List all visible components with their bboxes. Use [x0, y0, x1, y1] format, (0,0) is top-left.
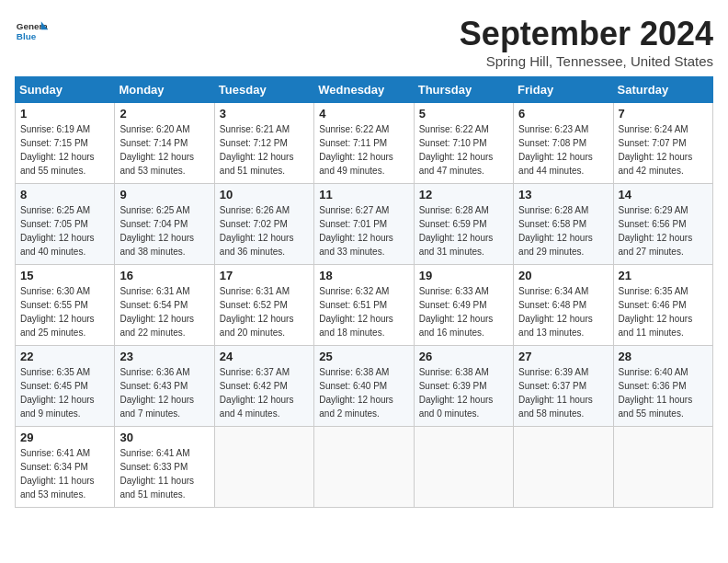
calendar-cell: 11 Sunrise: 6:27 AMSunset: 7:01 PMDaylig…	[314, 184, 414, 265]
weekday-header-monday: Monday	[115, 77, 214, 103]
calendar-cell: 18 Sunrise: 6:32 AMSunset: 6:51 PMDaylig…	[314, 265, 414, 346]
calendar-cell	[414, 427, 513, 508]
calendar-cell: 10 Sunrise: 6:26 AMSunset: 7:02 PMDaylig…	[214, 184, 313, 265]
day-number: 7	[619, 107, 708, 121]
day-number: 23	[119, 350, 209, 363]
day-info: Sunrise: 6:40 AMSunset: 6:36 PMDaylight:…	[619, 365, 708, 420]
calendar-cell: 20 Sunrise: 6:34 AMSunset: 6:48 PMDaylig…	[514, 265, 613, 346]
calendar-cell: 26 Sunrise: 6:38 AMSunset: 6:39 PMDaylig…	[414, 346, 513, 427]
weekday-header-thursday: Thursday	[414, 77, 513, 103]
day-number: 6	[518, 107, 608, 121]
calendar-cell	[514, 427, 613, 508]
week-row-4: 22 Sunrise: 6:35 AMSunset: 6:45 PMDaylig…	[16, 346, 713, 427]
day-number: 16	[119, 269, 209, 282]
day-info: Sunrise: 6:39 AMSunset: 6:37 PMDaylight:…	[518, 365, 608, 420]
calendar-cell: 24 Sunrise: 6:37 AMSunset: 6:42 PMDaylig…	[214, 346, 313, 427]
day-number: 9	[119, 188, 209, 201]
calendar-cell: 27 Sunrise: 6:39 AMSunset: 6:37 PMDaylig…	[514, 346, 613, 427]
week-row-2: 8 Sunrise: 6:25 AMSunset: 7:05 PMDayligh…	[16, 184, 713, 265]
calendar-cell: 14 Sunrise: 6:29 AMSunset: 6:56 PMDaylig…	[613, 184, 712, 265]
calendar-cell: 25 Sunrise: 6:38 AMSunset: 6:40 PMDaylig…	[314, 346, 414, 427]
day-number: 18	[319, 269, 408, 282]
weekday-header-tuesday: Tuesday	[214, 77, 313, 103]
calendar-cell: 30 Sunrise: 6:41 AMSunset: 6:33 PMDaylig…	[115, 427, 214, 508]
day-info: Sunrise: 6:30 AMSunset: 6:55 PMDaylight:…	[20, 284, 109, 339]
day-number: 27	[518, 350, 608, 363]
day-number: 12	[419, 188, 508, 201]
day-info: Sunrise: 6:33 AMSunset: 6:49 PMDaylight:…	[419, 284, 508, 339]
weekday-header-friday: Friday	[514, 77, 613, 103]
calendar-cell: 13 Sunrise: 6:28 AMSunset: 6:58 PMDaylig…	[514, 184, 613, 265]
day-info: Sunrise: 6:32 AMSunset: 6:51 PMDaylight:…	[319, 284, 408, 339]
day-info: Sunrise: 6:31 AMSunset: 6:52 PMDaylight:…	[220, 284, 309, 339]
calendar-cell: 5 Sunrise: 6:22 AMSunset: 7:10 PMDayligh…	[414, 103, 513, 184]
day-info: Sunrise: 6:19 AMSunset: 7:15 PMDaylight:…	[20, 122, 109, 178]
day-info: Sunrise: 6:29 AMSunset: 6:56 PMDaylight:…	[619, 203, 708, 259]
day-info: Sunrise: 6:22 AMSunset: 7:10 PMDaylight:…	[419, 122, 508, 178]
calendar-cell: 6 Sunrise: 6:23 AMSunset: 7:08 PMDayligh…	[514, 103, 613, 184]
day-number: 26	[419, 350, 508, 363]
day-info: Sunrise: 6:23 AMSunset: 7:08 PMDaylight:…	[518, 122, 608, 178]
calendar-cell: 4 Sunrise: 6:22 AMSunset: 7:11 PMDayligh…	[314, 103, 414, 184]
logo-icon: General Blue	[15, 15, 48, 48]
day-info: Sunrise: 6:41 AMSunset: 6:33 PMDaylight:…	[119, 446, 209, 501]
day-number: 21	[619, 269, 708, 282]
day-number: 15	[20, 269, 109, 282]
day-info: Sunrise: 6:20 AMSunset: 7:14 PMDaylight:…	[119, 122, 209, 178]
calendar-cell	[214, 427, 313, 508]
day-number: 17	[220, 269, 309, 282]
day-info: Sunrise: 6:36 AMSunset: 6:43 PMDaylight:…	[119, 365, 209, 420]
day-number: 14	[619, 188, 708, 201]
calendar-cell: 7 Sunrise: 6:24 AMSunset: 7:07 PMDayligh…	[613, 103, 712, 184]
calendar-cell: 1 Sunrise: 6:19 AMSunset: 7:15 PMDayligh…	[16, 103, 115, 184]
day-info: Sunrise: 6:25 AMSunset: 7:05 PMDaylight:…	[20, 203, 109, 259]
calendar-cell	[314, 427, 414, 508]
day-info: Sunrise: 6:41 AMSunset: 6:34 PMDaylight:…	[20, 446, 109, 501]
calendar-title: September 2024	[460, 15, 713, 53]
day-number: 25	[319, 350, 408, 363]
day-number: 3	[220, 107, 309, 121]
day-info: Sunrise: 6:35 AMSunset: 6:46 PMDaylight:…	[619, 284, 708, 339]
title-block: September 2024 Spring Hill, Tennessee, U…	[460, 15, 713, 69]
calendar-cell: 8 Sunrise: 6:25 AMSunset: 7:05 PMDayligh…	[16, 184, 115, 265]
day-number: 1	[20, 107, 109, 121]
day-info: Sunrise: 6:22 AMSunset: 7:11 PMDaylight:…	[319, 122, 408, 178]
week-row-3: 15 Sunrise: 6:30 AMSunset: 6:55 PMDaylig…	[16, 265, 713, 346]
calendar-cell: 2 Sunrise: 6:20 AMSunset: 7:14 PMDayligh…	[115, 103, 214, 184]
logo: General Blue	[15, 15, 48, 48]
day-info: Sunrise: 6:37 AMSunset: 6:42 PMDaylight:…	[220, 365, 309, 420]
day-info: Sunrise: 6:26 AMSunset: 7:02 PMDaylight:…	[220, 203, 309, 259]
calendar-cell: 19 Sunrise: 6:33 AMSunset: 6:49 PMDaylig…	[414, 265, 513, 346]
day-info: Sunrise: 6:34 AMSunset: 6:48 PMDaylight:…	[518, 284, 608, 339]
day-number: 13	[518, 188, 608, 201]
day-number: 19	[419, 269, 508, 282]
weekday-header-wednesday: Wednesday	[314, 77, 414, 103]
day-number: 2	[119, 107, 209, 121]
day-number: 29	[20, 431, 109, 444]
day-number: 28	[619, 350, 708, 363]
calendar-cell: 28 Sunrise: 6:40 AMSunset: 6:36 PMDaylig…	[613, 346, 712, 427]
day-number: 10	[220, 188, 309, 201]
calendar-cell: 12 Sunrise: 6:28 AMSunset: 6:59 PMDaylig…	[414, 184, 513, 265]
calendar-cell: 9 Sunrise: 6:25 AMSunset: 7:04 PMDayligh…	[115, 184, 214, 265]
day-number: 20	[518, 269, 608, 282]
day-number: 24	[220, 350, 309, 363]
day-info: Sunrise: 6:38 AMSunset: 6:40 PMDaylight:…	[319, 365, 408, 420]
page-header: General Blue September 2024 Spring Hill,…	[15, 15, 713, 69]
day-number: 8	[20, 188, 109, 201]
calendar-table: SundayMondayTuesdayWednesdayThursdayFrid…	[15, 76, 713, 508]
day-info: Sunrise: 6:38 AMSunset: 6:39 PMDaylight:…	[419, 365, 508, 420]
day-info: Sunrise: 6:35 AMSunset: 6:45 PMDaylight:…	[20, 365, 109, 420]
day-info: Sunrise: 6:21 AMSunset: 7:12 PMDaylight:…	[220, 122, 309, 178]
weekday-header-saturday: Saturday	[613, 77, 712, 103]
calendar-cell: 3 Sunrise: 6:21 AMSunset: 7:12 PMDayligh…	[214, 103, 313, 184]
day-number: 4	[319, 107, 408, 121]
day-number: 5	[419, 107, 508, 121]
weekday-header-sunday: Sunday	[16, 77, 115, 103]
week-row-5: 29 Sunrise: 6:41 AMSunset: 6:34 PMDaylig…	[16, 427, 713, 508]
calendar-cell	[613, 427, 712, 508]
day-info: Sunrise: 6:24 AMSunset: 7:07 PMDaylight:…	[619, 122, 708, 178]
day-number: 30	[119, 431, 209, 444]
calendar-subtitle: Spring Hill, Tennessee, United States	[460, 53, 713, 69]
day-info: Sunrise: 6:25 AMSunset: 7:04 PMDaylight:…	[119, 203, 209, 259]
